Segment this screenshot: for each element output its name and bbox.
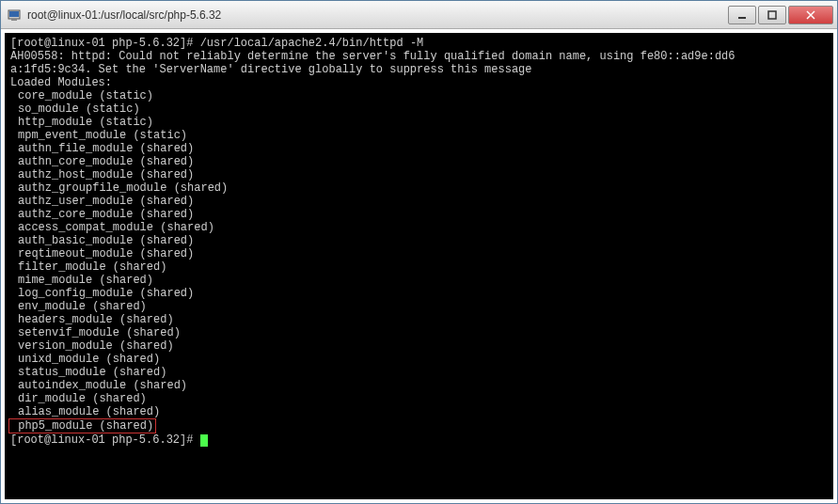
module-entry: authz_host_module (shared) [10,168,194,181]
putty-icon [7,8,22,23]
highlighted-module: php5_module (shared) [18,419,153,433]
prompt-line-2: [root@linux-01 php-5.6.32]# [10,433,200,447]
module-entry: version_module (shared) [10,339,174,353]
close-button[interactable] [788,6,833,24]
svg-rect-1 [9,11,19,17]
minimize-button[interactable] [728,6,756,24]
module-entry: mime_module (shared) [10,274,153,287]
module-entry: filter_module (shared) [10,260,166,274]
module-entry: autoindex_module (shared) [10,379,187,392]
module-entry: mpm_event_module (static) [10,129,187,142]
module-entry: reqtimeout_module (shared) [10,247,194,260]
cursor [200,434,208,447]
svg-rect-2 [11,19,17,21]
module-entry: authn_core_module (shared) [10,155,194,168]
module-entry: env_module (shared) [10,300,147,313]
window-controls [726,6,833,24]
module-entry: access_compat_module (shared) [10,221,214,234]
module-entry: authz_groupfile_module (shared) [10,181,228,195]
prompt-line-1: [root@linux-01 php-5.6.32]# /usr/local/a… [10,37,423,50]
titlebar[interactable]: root@linux-01:/usr/local/src/php-5.6.32 [1,1,837,29]
output-warning-line2: a:1fd5:9c34. Set the 'ServerName' direct… [10,63,532,76]
module-entry: unixd_module (shared) [10,353,160,366]
highlighted-module-box: php5_module (shared) [8,418,156,433]
module-entry: core_module (static) [10,89,153,102]
loaded-modules-header: Loaded Modules: [10,76,112,89]
module-entry: headers_module (shared) [10,313,174,326]
svg-rect-4 [768,11,776,19]
module-entry: authn_file_module (shared) [10,142,194,155]
output-warning-line1: AH00558: httpd: Could not reliably deter… [10,50,735,63]
maximize-button[interactable] [758,6,786,24]
terminal[interactable]: [root@linux-01 php-5.6.32]# /usr/local/a… [3,31,835,501]
module-entry: status_module (shared) [10,366,166,379]
window: root@linux-01:/usr/local/src/php-5.6.32 … [0,0,838,504]
module-entry: log_config_module (shared) [10,287,194,300]
module-entry: auth_basic_module (shared) [10,234,194,247]
module-entry: http_module (static) [10,116,153,129]
module-entry: dir_module (shared) [10,392,147,405]
window-title: root@linux-01:/usr/local/src/php-5.6.32 [27,8,726,22]
module-entry: authz_core_module (shared) [10,208,194,221]
module-entry: setenvif_module (shared) [10,326,181,339]
module-entry: alias_module (shared) [10,405,160,418]
module-entry: so_module (static) [10,102,140,116]
module-entry: authz_user_module (shared) [10,195,194,208]
